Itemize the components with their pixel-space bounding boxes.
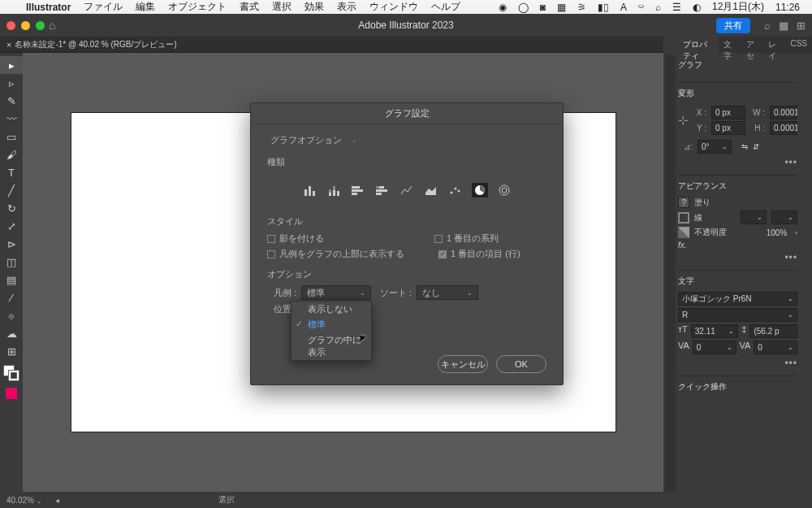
line-tool[interactable]: ╱: [0, 181, 23, 199]
tab-properties[interactable]: プロパティ: [678, 37, 719, 53]
bluetooth-icon[interactable]: ⚞: [573, 2, 590, 13]
window-close-icon[interactable]: [6, 21, 15, 30]
zoom-select[interactable]: 40.02% ⌄: [6, 496, 42, 505]
share-button[interactable]: 共有: [716, 18, 750, 33]
app-menu[interactable]: Illustrator: [21, 2, 76, 13]
tab-label[interactable]: 名称未設定-1* @ 40.02 % (RGB/プレビュー): [15, 39, 176, 50]
stroke-weight[interactable]: ⌄: [741, 211, 767, 224]
tab-close-icon[interactable]: ×: [6, 40, 11, 50]
stroke-swatch[interactable]: [678, 212, 689, 224]
radar-graph-icon[interactable]: [496, 183, 512, 198]
pen-tool[interactable]: ✎: [0, 92, 23, 110]
graph-tool[interactable]: ⊞: [0, 342, 23, 360]
battery-icon[interactable]: ▮▯: [594, 2, 613, 13]
direct-select-tool[interactable]: ▹: [0, 74, 23, 92]
workspace-icon[interactable]: ⊞: [797, 20, 806, 32]
tab-css[interactable]: CSS: [785, 37, 812, 53]
siri-icon[interactable]: ◐: [689, 2, 705, 13]
cancel-button[interactable]: キャンセル: [438, 355, 488, 373]
graph-option-select[interactable]: グラフオプション ⌄: [267, 132, 361, 148]
pie-graph-icon[interactable]: [472, 183, 488, 198]
ok-button[interactable]: OK: [496, 355, 546, 373]
flip-h-icon[interactable]: ⇋: [741, 142, 748, 151]
scale-tool[interactable]: ⤢: [0, 217, 23, 235]
status-cc-icon[interactable]: ◉: [495, 2, 511, 13]
more-icon[interactable]: •••: [784, 157, 797, 168]
blend-tool[interactable]: ⟐: [0, 306, 23, 324]
shape-builder-tool[interactable]: ◫: [0, 253, 23, 271]
angle-input[interactable]: 0°⌄: [698, 140, 732, 154]
selection-tool[interactable]: ▸: [0, 56, 23, 74]
stroke-style[interactable]: ⌄: [771, 211, 797, 224]
window-min-icon[interactable]: [21, 21, 30, 30]
reference-point-icon[interactable]: ⊹: [678, 113, 689, 128]
stacked-column-icon[interactable]: [326, 183, 342, 198]
rectangle-tool[interactable]: ▭: [0, 128, 23, 145]
w-input[interactable]: [770, 106, 797, 119]
fill-swatch[interactable]: ?: [678, 197, 689, 208]
font-size-input[interactable]: 32.11⌄: [691, 324, 739, 338]
first-col-checkbox[interactable]: 1 番目の系列: [434, 232, 499, 245]
menu-object[interactable]: オブジェクト: [163, 0, 231, 14]
window-max-icon[interactable]: [36, 21, 45, 30]
more-icon[interactable]: •••: [784, 252, 797, 263]
tab-character[interactable]: 文字: [719, 37, 741, 53]
gradient-tool[interactable]: ▤: [0, 271, 23, 289]
menu-window[interactable]: ウィンドウ: [365, 0, 423, 14]
menu-view[interactable]: 表示: [332, 0, 361, 14]
menu-help[interactable]: ヘルプ: [426, 0, 465, 14]
column-graph-icon[interactable]: [301, 183, 317, 198]
control-center-icon[interactable]: ☰: [668, 2, 685, 13]
y-input[interactable]: [711, 121, 745, 135]
width-tool[interactable]: ⊳: [0, 235, 23, 253]
opacity-value[interactable]: 100%: [767, 228, 788, 237]
menu-file[interactable]: ファイル: [79, 0, 127, 14]
time[interactable]: 11:26: [771, 2, 804, 13]
status-icon2[interactable]: ▦: [553, 2, 570, 13]
eyedropper-tool[interactable]: ⁄: [0, 289, 23, 306]
fill-stroke-swatch[interactable]: [0, 363, 23, 386]
curvature-tool[interactable]: 〰: [0, 110, 23, 128]
more-icon[interactable]: •••: [784, 358, 797, 369]
home-icon[interactable]: ⌂: [49, 19, 55, 32]
font-select[interactable]: 小塚ゴシック Pr6N⌄: [678, 292, 797, 306]
paintbrush-tool[interactable]: 🖌: [0, 145, 23, 163]
leading-input[interactable]: (56.2 p: [749, 324, 797, 338]
menu-select[interactable]: 選択: [267, 0, 296, 14]
h-input[interactable]: [770, 121, 797, 135]
tab-layers[interactable]: レイ: [763, 37, 785, 53]
menu-effect[interactable]: 効果: [300, 0, 329, 14]
menu-item-none[interactable]: 表示しない: [292, 302, 371, 317]
kerning-input[interactable]: 0⌄: [693, 341, 736, 354]
color-mode[interactable]: [6, 388, 17, 399]
rotate-tool[interactable]: ↻: [0, 199, 23, 217]
arrange-icon[interactable]: ▦: [779, 20, 788, 32]
bar-graph-icon[interactable]: [350, 183, 366, 198]
sort-select[interactable]: なし⌄: [417, 285, 478, 300]
legend-select[interactable]: 標準⌄: [301, 285, 371, 300]
legend-top-checkbox[interactable]: 凡例をグラフの上部に表示する: [267, 248, 404, 260]
line-graph-icon[interactable]: [399, 183, 415, 198]
menu-item-standard[interactable]: ✓標準: [292, 317, 371, 332]
nav-prev-icon[interactable]: ◂: [55, 496, 59, 505]
stacked-bar-icon[interactable]: [374, 183, 391, 198]
panel-scrollbar[interactable]: [665, 54, 676, 492]
status-line-icon[interactable]: ◯: [514, 2, 533, 13]
search-icon[interactable]: ⌕: [764, 20, 771, 32]
scatter-graph-icon[interactable]: [447, 183, 464, 198]
first-row-checkbox[interactable]: ✓1 番目の項目 (行): [438, 248, 520, 260]
symbol-tool[interactable]: ☁: [0, 324, 23, 342]
area-graph-icon[interactable]: [423, 183, 439, 198]
date[interactable]: 12月1日(木): [708, 0, 768, 14]
font-style-select[interactable]: R⌄: [678, 308, 797, 322]
x-input[interactable]: [711, 106, 745, 119]
wifi-icon[interactable]: ⌔: [634, 2, 648, 13]
tracking-input[interactable]: 0⌄: [754, 341, 797, 354]
shadow-checkbox[interactable]: 影を付ける: [267, 232, 324, 245]
input-icon[interactable]: A: [616, 2, 631, 13]
spotlight-icon[interactable]: ⌕: [651, 2, 665, 13]
fx-icon[interactable]: fx.: [678, 241, 687, 250]
opacity-caret-icon[interactable]: ›: [795, 229, 797, 237]
menu-type[interactable]: 書式: [235, 0, 264, 14]
menu-edit[interactable]: 編集: [131, 0, 160, 14]
